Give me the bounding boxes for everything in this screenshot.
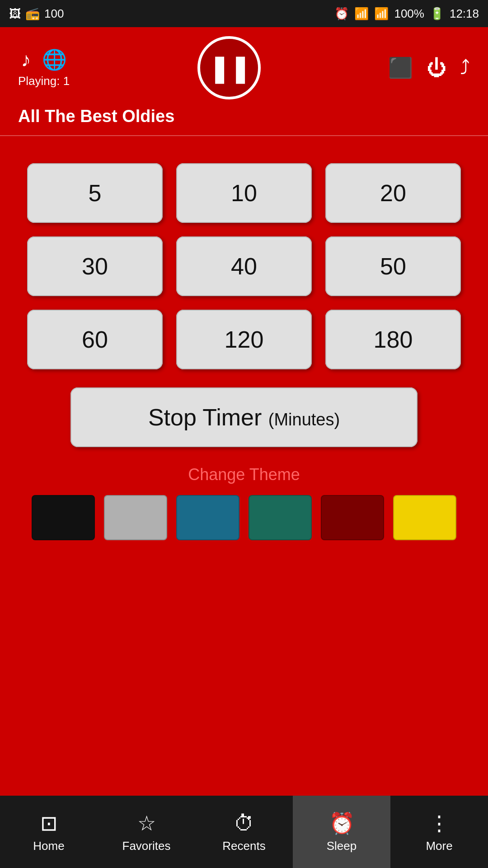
wifi-icon: 📶 [354, 7, 369, 21]
header-right: ⬛ ⏻ ⤴ [388, 56, 470, 80]
nav-recents-label: Recents [222, 839, 265, 853]
timer-btn-5[interactable]: 5 [27, 163, 163, 223]
stop-timer-button[interactable]: Stop Timer (Minutes) [70, 387, 418, 447]
theme-swatch-teal[interactable] [249, 495, 312, 540]
station-title: All The Best Oldies [18, 107, 470, 126]
theme-swatch-blue[interactable] [176, 495, 239, 540]
change-theme-label: Change Theme [188, 465, 300, 484]
pause-button[interactable]: ❚❚ [197, 36, 261, 99]
power-icon[interactable]: ⏻ [427, 57, 446, 79]
alarm-icon: ⏰ [334, 7, 349, 21]
favorites-icon: ☆ [137, 811, 156, 835]
timer-btn-10[interactable]: 10 [176, 163, 312, 223]
sleep-icon: ⏰ [329, 811, 355, 835]
status-bar: 🖼 📻 100 ⏰ 📶 📶 100% 🔋 12:18 [0, 0, 488, 27]
home-icon: ⊡ [40, 811, 58, 835]
share-icon[interactable]: ⤴ [460, 57, 470, 79]
battery-icon: 🔋 [430, 7, 444, 21]
header-center: ❚❚ [197, 36, 261, 99]
timer-btn-30[interactable]: 30 [27, 236, 163, 296]
signal-icon: 📶 [374, 7, 389, 21]
nav-more[interactable]: ⋮ More [390, 796, 488, 868]
timer-grid: 5 10 20 30 40 50 60 120 180 [27, 163, 461, 369]
header: ♪ 🌐 Playing: 1 ❚❚ ⬛ ⏻ ⤴ All The Best Old… [0, 27, 488, 135]
music-icon[interactable]: ♪ [21, 48, 31, 71]
photo-icon: 🖼 [9, 7, 21, 21]
bottom-nav: ⊡ Home ☆ Favorites ⏱ Recents ⏰ Sleep ⋮ M… [0, 796, 488, 868]
nav-sleep-label: Sleep [327, 839, 357, 853]
nav-more-label: More [426, 839, 452, 853]
theme-swatch-gray[interactable] [104, 495, 167, 540]
nav-favorites-label: Favorites [122, 839, 171, 853]
stop-icon[interactable]: ⬛ [388, 56, 413, 80]
status-right: ⏰ 📶 📶 100% 🔋 12:18 [334, 7, 479, 21]
header-top: ♪ 🌐 Playing: 1 ❚❚ ⬛ ⏻ ⤴ [18, 36, 470, 99]
nav-home-label: Home [33, 839, 64, 853]
theme-swatch-black[interactable] [32, 495, 95, 540]
radio-icon: 📻 [25, 7, 40, 21]
clock-time: 12:18 [450, 7, 479, 21]
timer-btn-60[interactable]: 60 [27, 310, 163, 369]
recents-icon: ⏱ [234, 811, 254, 835]
timer-btn-50[interactable]: 50 [325, 236, 461, 296]
playing-label: Playing: 1 [18, 74, 70, 88]
timer-btn-20[interactable]: 20 [325, 163, 461, 223]
nav-sleep[interactable]: ⏰ Sleep [293, 796, 390, 868]
nav-home[interactable]: ⊡ Home [0, 796, 98, 868]
nav-favorites[interactable]: ☆ Favorites [98, 796, 195, 868]
theme-swatch-yellow[interactable] [393, 495, 456, 540]
nav-recents[interactable]: ⏱ Recents [195, 796, 293, 868]
theme-swatch-dark-red[interactable] [321, 495, 384, 540]
timer-btn-120[interactable]: 120 [176, 310, 312, 369]
signal-strength: 100 [44, 7, 64, 21]
battery-label: 100% [394, 7, 424, 21]
more-icon: ⋮ [429, 811, 450, 835]
pause-icon: ❚❚ [208, 52, 250, 84]
globe-icon[interactable]: 🌐 [42, 48, 67, 71]
theme-swatches [32, 495, 456, 540]
main-content: 5 10 20 30 40 50 60 120 180 Stop Timer (… [0, 136, 488, 558]
timer-btn-40[interactable]: 40 [176, 236, 312, 296]
timer-btn-180[interactable]: 180 [325, 310, 461, 369]
header-left: ♪ 🌐 Playing: 1 [18, 48, 70, 88]
theme-section: Change Theme [27, 465, 461, 540]
status-left: 🖼 📻 100 [9, 7, 64, 21]
